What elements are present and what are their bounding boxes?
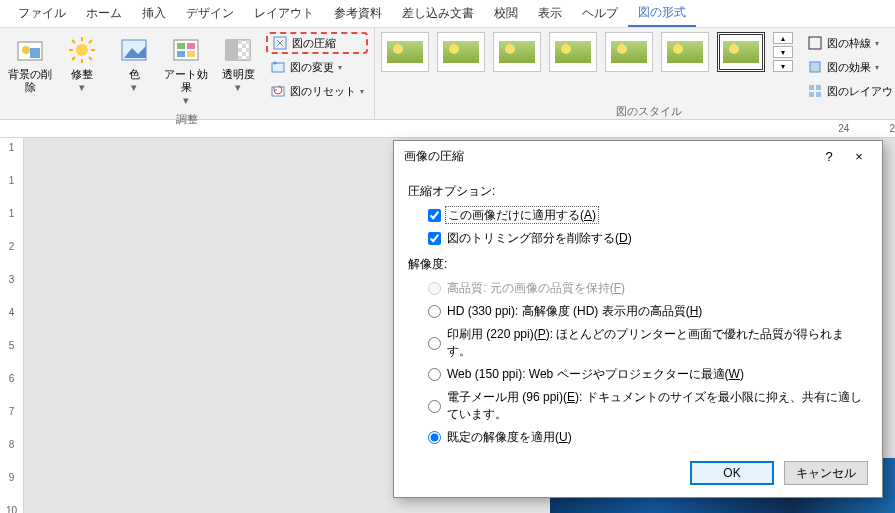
picture-border-button[interactable]: 図の枠線 ▾: [803, 32, 895, 54]
svg-rect-2: [30, 48, 40, 58]
res-highfidelity-label: 高品質: 元の画像の品質を保持(F): [447, 280, 625, 297]
tab-design[interactable]: デザイン: [176, 1, 244, 26]
svg-line-8: [72, 40, 75, 43]
transparency-button[interactable]: 透明度▾: [214, 32, 262, 96]
tab-view[interactable]: 表示: [528, 1, 572, 26]
apply-only-checkbox[interactable]: [428, 209, 441, 222]
artistic-icon: [170, 34, 202, 66]
res-hd-label[interactable]: HD (330 ppi): 高解像度 (HD) 表示用の高品質(H): [447, 303, 702, 320]
compress-pictures-dialog: 画像の圧縮 ? × 圧縮オプション: この画像だけに適用する(A) 図のトリミン…: [393, 140, 883, 498]
change-picture-icon: [270, 59, 286, 75]
gallery-more-button[interactable]: ▾: [773, 60, 793, 72]
remove-bg-icon: [14, 34, 46, 66]
style-thumb[interactable]: [605, 32, 653, 72]
res-print-label[interactable]: 印刷用 (220 ppi)(P): ほとんどのプリンターと画面で優れた品質が得ら…: [447, 326, 868, 360]
dialog-title: 画像の圧縮: [404, 148, 814, 165]
compression-options-label: 圧縮オプション:: [408, 183, 868, 200]
svg-rect-30: [272, 63, 284, 72]
svg-rect-23: [242, 44, 246, 48]
svg-rect-32: [809, 37, 821, 49]
svg-rect-25: [246, 48, 250, 52]
svg-rect-16: [187, 43, 195, 49]
tab-insert[interactable]: 挿入: [132, 1, 176, 26]
svg-rect-33: [810, 62, 820, 72]
artistic-effects-button[interactable]: アート効果▾: [162, 32, 210, 110]
res-web-radio[interactable]: [428, 368, 441, 381]
transparency-icon: [222, 34, 254, 66]
style-thumb[interactable]: [661, 32, 709, 72]
tab-picture-format[interactable]: 図の形式: [628, 0, 696, 27]
res-email-label[interactable]: 電子メール用 (96 ppi)(E): ドキュメントのサイズを最小限に抑え、共有…: [447, 389, 868, 423]
change-picture-button[interactable]: 図の変更 ▾: [266, 56, 368, 78]
border-icon: [807, 35, 823, 51]
svg-rect-37: [816, 92, 821, 97]
svg-line-9: [89, 57, 92, 60]
svg-rect-36: [809, 92, 814, 97]
svg-rect-15: [177, 43, 185, 49]
svg-rect-24: [238, 48, 242, 52]
tab-layout[interactable]: レイアウト: [244, 1, 324, 26]
group-label-styles: 図のスタイル: [381, 102, 895, 121]
sun-icon: [66, 34, 98, 66]
remove-background-button[interactable]: 背景の削除: [6, 32, 54, 96]
style-thumb[interactable]: [437, 32, 485, 72]
ribbon: 背景の削除 修整▾ 色▾ アート効果▾ 透明度▾ 図の圧縮: [0, 28, 895, 120]
svg-line-10: [89, 40, 92, 43]
style-thumb-selected[interactable]: [717, 32, 765, 72]
picture-effects-button[interactable]: 図の効果 ▾: [803, 56, 895, 78]
svg-line-11: [72, 57, 75, 60]
layout-icon: [807, 83, 823, 99]
res-email-radio[interactable]: [428, 400, 441, 413]
color-button[interactable]: 色▾: [110, 32, 158, 96]
style-thumb[interactable]: [381, 32, 429, 72]
group-label-adjust: 調整: [6, 110, 368, 129]
gallery-up-button[interactable]: ▴: [773, 32, 793, 44]
res-default-label[interactable]: 既定の解像度を適用(U): [447, 429, 572, 446]
tab-file[interactable]: ファイル: [8, 1, 76, 26]
tab-home[interactable]: ホーム: [76, 1, 132, 26]
res-web-label[interactable]: Web (150 ppi): Web ページやプロジェクターに最適(W): [447, 366, 744, 383]
picture-styles-gallery[interactable]: ▴ ▾ ▾: [381, 32, 793, 72]
svg-rect-34: [809, 85, 814, 90]
tab-mailings[interactable]: 差し込み文書: [392, 1, 484, 26]
svg-rect-26: [242, 52, 246, 56]
effects-icon: [807, 59, 823, 75]
ok-button[interactable]: OK: [690, 461, 774, 485]
svg-rect-21: [238, 40, 242, 44]
dialog-help-button[interactable]: ?: [814, 143, 844, 169]
style-thumb[interactable]: [549, 32, 597, 72]
resolution-label: 解像度:: [408, 256, 868, 273]
svg-rect-18: [187, 51, 195, 57]
reset-icon: [270, 83, 286, 99]
compress-pictures-button[interactable]: 図の圧縮: [266, 32, 368, 54]
svg-rect-17: [177, 51, 185, 57]
tab-references[interactable]: 参考資料: [324, 1, 392, 26]
res-hd-radio[interactable]: [428, 305, 441, 318]
reset-picture-button[interactable]: 図のリセット ▾: [266, 80, 368, 102]
gallery-down-button[interactable]: ▾: [773, 46, 793, 58]
cancel-button[interactable]: キャンセル: [784, 461, 868, 485]
res-highfidelity-radio: [428, 282, 441, 295]
svg-rect-27: [238, 56, 242, 60]
compress-icon: [272, 35, 288, 51]
delete-cropped-label[interactable]: 図のトリミング部分を削除する(D): [447, 230, 632, 247]
svg-point-3: [76, 44, 88, 56]
svg-rect-22: [246, 40, 250, 44]
corrections-button[interactable]: 修整▾: [58, 32, 106, 96]
picture-layout-button[interactable]: 図のレイアウト ▾: [803, 80, 895, 102]
svg-point-1: [22, 46, 30, 54]
dialog-close-button[interactable]: ×: [844, 143, 874, 169]
svg-rect-28: [246, 56, 250, 60]
delete-cropped-checkbox[interactable]: [428, 232, 441, 245]
ruler-vertical: 1 1 1 2 3 4 5 6 7 8 9 10 11 12: [0, 138, 24, 513]
picture-icon: [118, 34, 150, 66]
tab-help[interactable]: ヘルプ: [572, 1, 628, 26]
ribbon-tabs: ファイル ホーム 挿入 デザイン レイアウト 参考資料 差し込み文書 校閲 表示…: [0, 0, 895, 28]
res-print-radio[interactable]: [428, 337, 441, 350]
style-thumb[interactable]: [493, 32, 541, 72]
tab-review[interactable]: 校閲: [484, 1, 528, 26]
svg-rect-35: [816, 85, 821, 90]
svg-rect-20: [226, 40, 238, 60]
apply-only-label[interactable]: この画像だけに適用する(A): [447, 207, 597, 224]
res-default-radio[interactable]: [428, 431, 441, 444]
